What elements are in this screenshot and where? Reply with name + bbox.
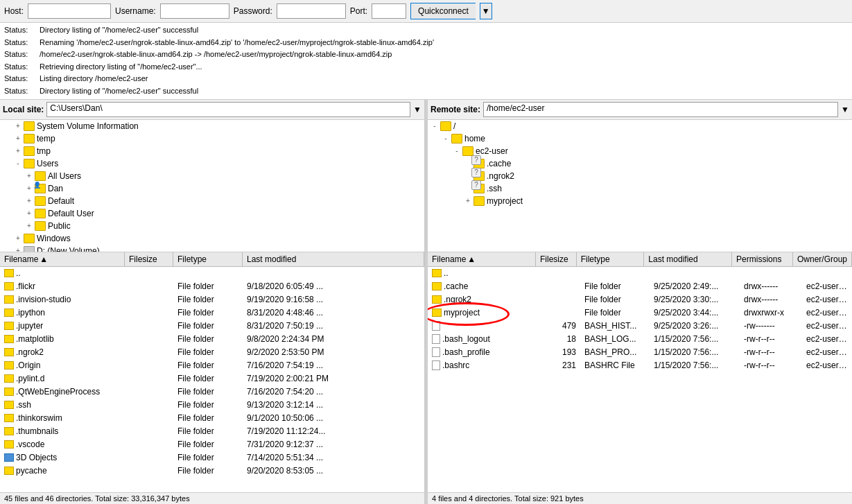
remote-tree-item[interactable]: -ec2-user [428, 145, 852, 157]
local-file-list[interactable]: .. .flickr File folder 9/18/2020 6:05:49… [0, 267, 424, 492]
local-tree-item[interactable]: +Default User [0, 207, 424, 220]
remote-file-row[interactable]: .bash_logout 18 BASH_LOG... 1/15/2020 7:… [428, 333, 852, 346]
local-path-dropdown-icon[interactable]: ▼ [413, 105, 421, 114]
file-name-cell: .flickr [0, 281, 125, 292]
local-file-row[interactable]: .pylint.d File folder 7/19/2020 2:00:21 … [0, 372, 424, 385]
local-tree-item[interactable]: +All Users [0, 170, 424, 182]
expand-icon[interactable]: + [12, 233, 24, 244]
remote-file-list[interactable]: .. .cache File folder 9/25/2020 2:49:...… [428, 267, 852, 492]
expand-icon[interactable]: + [12, 245, 24, 252]
remote-tree-item[interactable]: -home [428, 132, 852, 145]
local-col-filesize[interactable]: Filesize [125, 252, 173, 266]
status-line: Status:Retrieving directory listing of "… [4, 61, 848, 73]
local-site-label: Local site: [3, 105, 44, 114]
local-tree[interactable]: +System Volume Information+temp+tmp-User… [0, 120, 424, 252]
local-file-row[interactable]: .thinkorswim File folder 9/1/2020 10:50:… [0, 412, 424, 425]
local-tree-item[interactable]: +Dan [0, 182, 424, 195]
local-tree-item[interactable]: -Users [0, 157, 424, 170]
local-col-filetype[interactable]: Filetype [173, 252, 243, 266]
remote-col-permissions[interactable]: Permissions [732, 252, 793, 266]
local-file-row[interactable]: .thumbnails File folder 7/19/2020 11:12:… [0, 425, 424, 438]
file-size-cell [125, 312, 173, 313]
remote-tree[interactable]: -/-home-ec2-user .cache .ngrok2 .ssh+myp… [428, 120, 852, 252]
folder-icon [24, 134, 35, 144]
local-file-row[interactable]: .QtWebEngineProcess File folder 7/16/202… [0, 385, 424, 399]
username-input[interactable] [160, 3, 229, 19]
local-col-filename[interactable]: Filename ▲ [0, 252, 125, 266]
local-file-row[interactable]: .flickr File folder 9/18/2020 6:05:49 ..… [0, 280, 424, 293]
local-file-row[interactable]: .ipython File folder 8/31/2020 4:48:46 .… [0, 306, 424, 320]
remote-file-row[interactable]: .. [428, 267, 852, 280]
remote-col-filetype[interactable]: Filetype [577, 252, 645, 266]
local-file-row[interactable]: 3D Objects File folder 7/14/2020 5:51:34… [0, 451, 424, 464]
remote-file-row[interactable]: .bash_profile 193 BASH_PRO... 1/15/2020 … [428, 346, 852, 359]
local-file-row[interactable]: .. [0, 267, 424, 280]
remote-file-row[interactable]: .ngrok2 File folder 9/25/2020 3:30:... d… [428, 293, 852, 306]
password-input[interactable] [277, 3, 346, 19]
local-tree-item[interactable]: +temp [0, 132, 424, 145]
expand-icon[interactable]: + [24, 195, 35, 207]
local-tree-item[interactable]: +Public [0, 220, 424, 232]
host-input[interactable] [28, 3, 111, 19]
quickconnect-dropdown-button[interactable]: ▼ [480, 3, 492, 19]
expand-icon[interactable]: + [24, 208, 35, 219]
local-tree-item[interactable]: +Default [0, 195, 424, 207]
remote-tree-item[interactable]: .cache [428, 157, 852, 170]
remote-file-row[interactable]: .bashrc 231 BASHRC File 1/15/2020 7:56:.… [428, 359, 852, 372]
expand-icon[interactable]: + [24, 171, 35, 182]
local-tree-item[interactable]: +tmp [0, 145, 424, 157]
remote-file-permissions-cell: drwx------ [740, 281, 802, 292]
file-size-cell [125, 325, 173, 327]
local-path-combo[interactable]: C:\Users\Dan\ [46, 102, 410, 117]
remote-col-filesize[interactable]: Filesize [536, 252, 577, 266]
file-modified-cell: 9/20/2020 8:53:05 ... [243, 465, 340, 476]
local-tree-item[interactable]: +Windows [0, 232, 424, 245]
remote-tree-item[interactable]: +myproject [428, 195, 852, 207]
expand-icon[interactable]: + [462, 195, 473, 207]
local-file-row[interactable]: .invision-studio File folder 9/19/2020 9… [0, 293, 424, 306]
local-file-row[interactable]: .jupyter File folder 8/31/2020 7:50:19 .… [0, 320, 424, 333]
local-file-row[interactable]: pycache File folder 9/20/2020 8:53:05 ..… [0, 464, 424, 478]
expand-icon[interactable]: + [12, 121, 24, 132]
local-file-row[interactable]: .Origin File folder 7/16/2020 7:54:19 ..… [0, 359, 424, 372]
remote-file-permissions-cell: -rw-r--r-- [740, 333, 802, 345]
local-file-row[interactable]: .vscode File folder 7/31/2020 9:12:37 ..… [0, 438, 424, 451]
status-line: Status:Directory listing of "/home/ec2-u… [4, 24, 848, 37]
local-file-row[interactable]: .ssh File folder 9/13/2020 3:12:14 ... [0, 399, 424, 412]
expand-icon[interactable]: + [12, 133, 24, 144]
file-type-cell: File folder [173, 373, 243, 384]
status-area: Status:Directory listing of "/home/ec2-u… [0, 23, 852, 100]
remote-file-name-cell: .bashrc [428, 360, 539, 371]
folder-icon [451, 134, 462, 144]
file-name-cell: .. [0, 268, 125, 279]
file-modified-cell: 7/16/2020 7:54:19 ... [243, 360, 340, 371]
local-tree-item[interactable]: +D: (New Volume) [0, 245, 424, 252]
remote-path-dropdown-icon[interactable]: ▼ [841, 105, 849, 114]
remote-path-combo[interactable]: /home/ec2-user [483, 102, 838, 117]
expand-icon[interactable]: - [12, 158, 24, 169]
quickconnect-button[interactable]: Quickconnect [410, 3, 476, 19]
local-tree-item[interactable]: +System Volume Information [0, 120, 424, 132]
expand-icon[interactable]: - [451, 146, 462, 157]
folder-icon [35, 171, 46, 181]
remote-file-type-cell: BASH_PRO... [580, 347, 650, 358]
file-modified-cell: 8/31/2020 4:48:46 ... [243, 307, 340, 318]
expand-icon[interactable]: + [12, 146, 24, 157]
remote-col-owner[interactable]: Owner/Group [793, 252, 852, 266]
local-col-lastmod[interactable]: Last modified [243, 252, 424, 266]
expand-icon[interactable]: - [440, 133, 451, 144]
remote-file-row[interactable]: 479 BASH_HIST... 9/25/2020 3:26:... -rw-… [428, 320, 852, 333]
remote-tree-item[interactable]: -/ [428, 120, 852, 132]
expand-icon[interactable]: + [24, 220, 35, 232]
remote-col-filename[interactable]: Filename ▲ [428, 252, 536, 266]
remote-col-lastmod[interactable]: Last modified [644, 252, 732, 266]
remote-file-row[interactable]: myproject File folder 9/25/2020 3:44:...… [428, 306, 852, 320]
remote-tree-item[interactable]: .ssh [428, 182, 852, 195]
local-file-row[interactable]: .ngrok2 File folder 9/2/2020 2:53:50 PM [0, 346, 424, 359]
remote-file-name-cell: .cache [428, 281, 539, 292]
remote-tree-item[interactable]: .ngrok2 [428, 170, 852, 182]
expand-icon[interactable]: - [429, 121, 440, 132]
port-input[interactable] [372, 3, 406, 19]
remote-file-row[interactable]: .cache File folder 9/25/2020 2:49:... dr… [428, 280, 852, 293]
local-file-row[interactable]: .matplotlib File folder 9/8/2020 2:24:34… [0, 333, 424, 346]
